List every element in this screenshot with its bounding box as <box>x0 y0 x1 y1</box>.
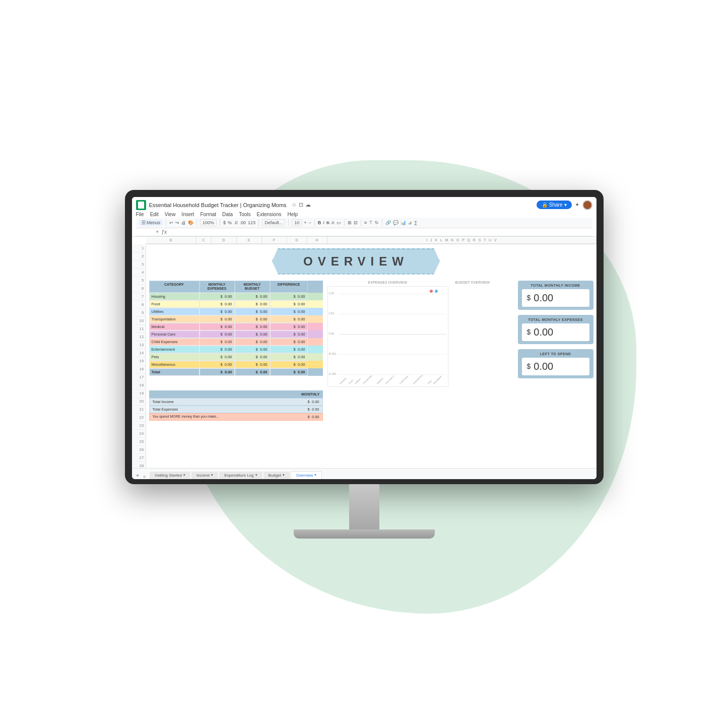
zoom-select[interactable]: 100% <box>200 219 217 226</box>
expenses-transportation[interactable]: $ 0.00 <box>200 315 235 323</box>
budget-utilities[interactable]: $ 0.00 <box>235 308 270 315</box>
decimal-less-icon[interactable]: .00 <box>240 220 246 225</box>
budget-medical[interactable]: $ 0.00 <box>235 323 270 330</box>
comment-icon[interactable]: 💬 <box>393 220 399 225</box>
label-pets[interactable]: Pets <box>149 353 200 361</box>
label-entertainment[interactable]: Entertainment <box>149 346 200 353</box>
menu-view[interactable]: View <box>165 212 176 217</box>
italic-icon[interactable]: I <box>323 220 324 225</box>
col-e[interactable]: E <box>237 237 262 244</box>
menu-extensions[interactable]: Extensions <box>257 212 282 217</box>
label-housing[interactable]: Housing <box>149 293 200 300</box>
strikethrough-icon[interactable]: S <box>326 220 329 225</box>
undo-icon[interactable]: ↩ <box>169 220 173 225</box>
borders-icon[interactable]: ⊞ <box>348 220 352 225</box>
expenses-child[interactable]: $ 0.00 <box>200 338 235 346</box>
diff-utilities[interactable]: $ 0.00 <box>270 308 308 315</box>
label-personal[interactable]: Personal Care <box>149 330 200 338</box>
font-select[interactable]: Default... <box>262 219 285 226</box>
menu-edit[interactable]: Edit <box>150 212 159 217</box>
font-size-minus[interactable]: − <box>308 220 311 225</box>
tab-budget[interactable]: Budget ▾ <box>263 472 290 479</box>
menu-help[interactable]: Help <box>287 212 298 217</box>
tab-overview[interactable]: Overview ▾ <box>291 471 322 479</box>
align-icon[interactable]: ≡ <box>364 220 367 225</box>
income-value[interactable]: $ 0.00 <box>305 399 322 405</box>
tab-income[interactable]: Income ▾ <box>191 472 218 479</box>
format-123-icon[interactable]: 123 <box>248 220 255 225</box>
warning-value[interactable]: $ 0.00 <box>305 414 322 420</box>
menu-insert[interactable]: Insert <box>181 212 194 217</box>
function-icon[interactable]: ∑ <box>414 220 417 225</box>
more-icon[interactable]: ✦ <box>575 202 579 208</box>
col-f[interactable]: F <box>262 237 287 244</box>
label-child[interactable]: Child Expenses <box>149 338 200 346</box>
merge-icon[interactable]: ⊟ <box>354 220 358 225</box>
expenses-food[interactable]: $ 0.00 <box>200 300 235 308</box>
filter-icon[interactable]: ⊿ <box>408 220 412 225</box>
tab-getting-started[interactable]: Getting Started ▾ <box>150 472 190 479</box>
expenses-misc[interactable]: $ 0.00 <box>200 361 235 368</box>
share-button[interactable]: 🔒 Share ▾ <box>537 201 572 209</box>
valign-icon[interactable]: ⊤ <box>369 220 373 225</box>
tab-expenditure[interactable]: Expenditure Log ▾ <box>219 472 262 479</box>
diff-housing[interactable]: $ 0.00 <box>270 293 308 300</box>
expenses-entertainment[interactable]: $ 0.00 <box>200 346 235 353</box>
label-misc[interactable]: Miscellaneous <box>149 361 200 368</box>
diff-personal[interactable]: $ 0.00 <box>270 330 308 338</box>
user-avatar[interactable] <box>582 200 592 210</box>
cloud-icon[interactable]: ☁ <box>305 202 311 208</box>
label-transportation[interactable]: Transportation <box>149 315 200 323</box>
menu-data[interactable]: Data <box>222 212 233 217</box>
expenses-housing[interactable]: $ 0.00 <box>200 293 235 300</box>
expenses-personal[interactable]: $ 0.00 <box>200 330 235 338</box>
diff-transportation[interactable]: $ 0.00 <box>270 315 308 323</box>
link-icon[interactable]: 🔗 <box>385 220 391 225</box>
add-tab-icon[interactable]: + <box>136 472 140 479</box>
budget-entertainment[interactable]: $ 0.00 <box>235 346 270 353</box>
paint-format-icon[interactable]: 🎨 <box>188 220 193 225</box>
bold-icon[interactable]: B <box>318 220 321 225</box>
label-food[interactable]: Food <box>149 300 200 308</box>
budget-food[interactable]: $ 0.00 <box>235 300 270 308</box>
label-medical[interactable]: Medical <box>149 323 200 330</box>
expenses-medical[interactable]: $ 0.00 <box>200 323 235 330</box>
col-g[interactable]: G <box>287 237 307 244</box>
font-size-select[interactable]: 10 <box>292 219 302 226</box>
expenses-utilities[interactable]: $ 0.00 <box>200 308 235 315</box>
print-icon[interactable]: 🖨 <box>181 220 186 225</box>
currency-icon[interactable]: $ <box>223 220 226 225</box>
decimal-more-icon[interactable]: .0 <box>234 220 238 225</box>
expenses-pets[interactable]: $ 0.00 <box>200 353 235 361</box>
tab-list-icon[interactable]: ≡ <box>144 475 146 479</box>
star-icon[interactable]: ☆ <box>292 202 297 208</box>
expenses-value[interactable]: $ 0.00 <box>305 406 322 413</box>
font-size-plus[interactable]: + <box>304 220 306 225</box>
col-c[interactable]: C <box>196 237 212 244</box>
redo-icon[interactable]: ↪ <box>175 220 179 225</box>
diff-food[interactable]: $ 0.00 <box>270 300 308 308</box>
diff-medical[interactable]: $ 0.00 <box>270 323 308 330</box>
diff-misc[interactable]: $ 0.00 <box>270 361 308 368</box>
text-color-icon[interactable]: A <box>332 220 335 225</box>
menu-format[interactable]: Format <box>200 212 216 217</box>
budget-pets[interactable]: $ 0.00 <box>235 353 270 361</box>
label-utilities[interactable]: Utilities <box>149 308 200 315</box>
budget-child[interactable]: $ 0.00 <box>235 338 270 346</box>
col-b[interactable]: B <box>146 237 196 244</box>
diff-entertainment[interactable]: $ 0.00 <box>270 346 308 353</box>
menu-file[interactable]: File <box>136 212 144 217</box>
fill-color-icon[interactable]: ▭ <box>337 220 341 225</box>
text-rotate-icon[interactable]: ↻ <box>375 220 379 225</box>
history-icon[interactable]: ⊡ <box>299 202 303 208</box>
col-h[interactable]: H <box>307 237 327 244</box>
budget-personal[interactable]: $ 0.00 <box>235 330 270 338</box>
col-d[interactable]: D <box>212 237 237 244</box>
diff-child[interactable]: $ 0.00 <box>270 338 308 346</box>
chart-icon[interactable]: 📊 <box>401 220 406 225</box>
budget-misc[interactable]: $ 0.00 <box>235 361 270 368</box>
percent-icon[interactable]: % <box>228 220 232 225</box>
diff-pets[interactable]: $ 0.00 <box>270 353 308 361</box>
menus-button[interactable]: ☰ Menus <box>139 220 163 226</box>
budget-transportation[interactable]: $ 0.00 <box>235 315 270 323</box>
